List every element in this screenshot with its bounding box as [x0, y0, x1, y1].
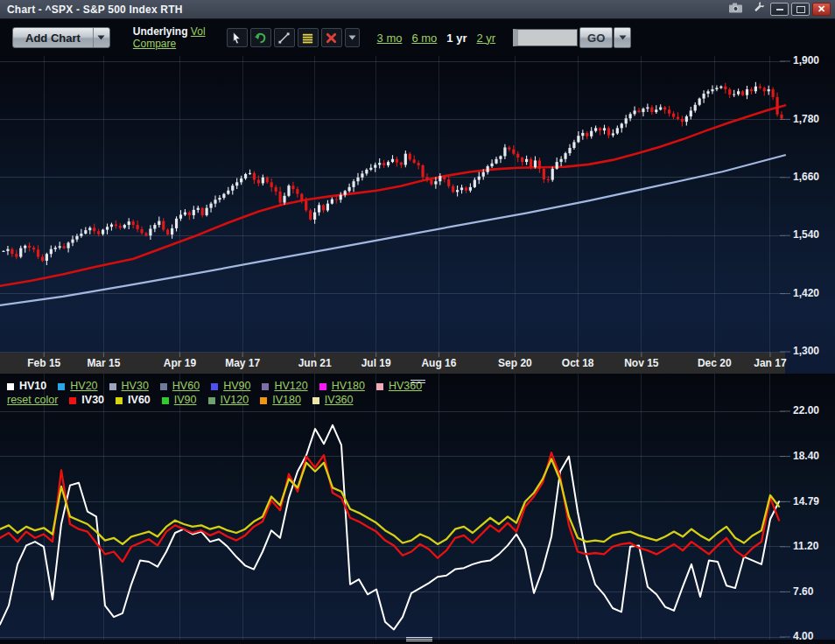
x-tick-label: Nov 15: [624, 357, 659, 369]
hv360-swatch: [376, 383, 383, 390]
legend-label-hv20[interactable]: HV20: [70, 380, 97, 393]
add-chart-label[interactable]: Add Chart: [13, 28, 93, 47]
legend-label-hv90[interactable]: HV90: [223, 380, 250, 393]
minimize-button[interactable]: [770, 3, 789, 16]
y-tick-label: 1,540: [793, 228, 819, 241]
legend-item-hv20[interactable]: HV20: [58, 380, 97, 393]
volatility-legend: HV10HV20HV30HV60HV90HV120HV180HV360reset…: [7, 380, 602, 407]
hv20-swatch: [58, 383, 65, 390]
mode-underlying-label: Underlying: [133, 25, 188, 38]
minimize-icon: [776, 9, 783, 10]
go-dropdown-button[interactable]: [614, 27, 631, 48]
y-tick-label: 1,660: [793, 171, 819, 183]
y-tick-label: 11.20: [793, 540, 819, 552]
x-tick-label: Jul 19: [361, 357, 391, 369]
settings-button[interactable]: [748, 3, 768, 17]
legend-item-hv90[interactable]: HV90: [211, 380, 250, 393]
studies-button[interactable]: [298, 28, 319, 47]
legend-item-iv90[interactable]: IV90: [162, 394, 197, 407]
bottom-splitter-grip[interactable]: [406, 637, 432, 641]
legend-label-iv180[interactable]: IV180: [272, 394, 301, 407]
symbol-input[interactable]: [513, 29, 578, 46]
legend-item-iv360[interactable]: IV360: [312, 394, 354, 407]
undo-icon: [254, 32, 267, 45]
legend-item-hv120[interactable]: HV120: [262, 380, 307, 393]
camera-icon: [728, 2, 744, 18]
iv60-swatch: [116, 397, 123, 404]
legend-item-hv60[interactable]: HV60: [160, 380, 200, 393]
legend-label-iv120[interactable]: IV120: [221, 394, 249, 407]
x-tick-label: Mar 15: [87, 357, 120, 369]
mode-compare-link[interactable]: Compare: [133, 38, 176, 50]
volatility-chart-canvas[interactable]: 22.0018.4014.7911.207.604.00: [0, 374, 835, 644]
legend-item-hv30[interactable]: HV30: [109, 380, 149, 393]
pointer-tool-button[interactable]: [227, 28, 248, 47]
go-button[interactable]: GO: [579, 27, 613, 48]
legend-label-hv180[interactable]: HV180: [332, 380, 365, 393]
legend-item-iv120[interactable]: IV120: [208, 394, 249, 407]
range-6mo-link[interactable]: 6 mo: [411, 32, 437, 45]
legend-row: HV10HV20HV30HV60HV90HV120HV180HV360: [7, 380, 602, 393]
trendline-tool-button[interactable]: [274, 28, 295, 47]
window-titlebar[interactable]: Chart - ^SPX - S&P 500 Index RTH ✕: [0, 0, 835, 19]
y-tick-label: 1,900: [793, 56, 819, 66]
cursor-icon: [230, 32, 243, 45]
iv120-swatch: [208, 397, 215, 404]
time-range-links: 3 mo 6 mo 1 yr 2 yr: [377, 32, 496, 45]
y-tick-label: 14.79: [793, 495, 819, 508]
screenshot-button[interactable]: [726, 3, 746, 17]
window-controls: ✕: [726, 3, 835, 17]
iv360-swatch: [312, 397, 319, 404]
x-tick-label: Apr 19: [164, 357, 197, 369]
x-tick-label: Jan 17: [754, 357, 787, 369]
x-tick-label: Dec 20: [698, 357, 732, 369]
maximize-button[interactable]: [791, 3, 810, 16]
chart-window: Chart - ^SPX - S&P 500 Index RTH ✕ Add C…: [0, 0, 835, 644]
range-3mo-link[interactable]: 3 mo: [377, 32, 403, 45]
legend-label-hv60[interactable]: HV60: [172, 380, 200, 393]
y-tick-label: 18.40: [793, 450, 819, 462]
y-tick-label: 1,300: [793, 345, 819, 357]
undo-button[interactable]: [250, 28, 271, 47]
range-1yr-selected[interactable]: 1 yr: [446, 32, 467, 45]
hv120-swatch: [262, 383, 269, 390]
legend-label-iv60[interactable]: IV60: [128, 394, 151, 407]
legend-label-iv90[interactable]: IV90: [174, 394, 197, 407]
chevron-down-icon: [97, 35, 105, 40]
legend-label-hv30[interactable]: HV30: [122, 380, 149, 393]
close-button[interactable]: ✕: [812, 3, 831, 16]
x-tick-label: Aug 16: [421, 357, 456, 369]
legend-item-iv30[interactable]: IV30: [69, 394, 104, 407]
legend-item-iv180[interactable]: IV180: [260, 394, 301, 407]
legend-label-iv30[interactable]: IV30: [81, 394, 104, 407]
hv30-swatch: [109, 383, 116, 390]
price-chart-canvas[interactable]: Feb 15Mar 15Apr 19May 17Jun 21Jul 19Aug …: [0, 56, 835, 374]
legend-label-iv360[interactable]: IV360: [325, 394, 354, 407]
legend-row: reset colorIV30IV60IV90IV120IV180IV360: [7, 394, 602, 407]
legend-item-hv10[interactable]: HV10: [7, 380, 46, 393]
reset-color-link[interactable]: reset color: [7, 394, 58, 407]
x-tick-label: Sep 20: [498, 357, 532, 369]
hv90-swatch: [211, 383, 218, 390]
drawing-tools: [227, 28, 360, 47]
mode-vol-link[interactable]: Vol: [191, 25, 206, 38]
pane-splitter-grip[interactable]: [410, 380, 425, 383]
add-chart-dropdown[interactable]: [93, 28, 109, 47]
chevron-down-icon: [619, 35, 627, 40]
remove-drawings-button[interactable]: [321, 28, 342, 47]
tools-menu-button[interactable]: [345, 28, 360, 47]
x-tick-label: Oct 18: [562, 357, 594, 369]
add-chart-button[interactable]: Add Chart: [12, 27, 110, 48]
legend-label-hv10[interactable]: HV10: [19, 380, 46, 393]
range-2yr-link[interactable]: 2 yr: [477, 32, 496, 45]
y-tick-label: 1,780: [793, 113, 819, 125]
legend-item-iv60[interactable]: IV60: [116, 394, 151, 407]
window-title: Chart - ^SPX - S&P 500 Index RTH: [0, 4, 183, 16]
iv180-swatch: [260, 397, 267, 404]
legend-label-hv120[interactable]: HV120: [274, 380, 307, 393]
chart-mode-switcher: Underlying Vol Compare: [133, 25, 206, 50]
y-tick-label: 1,420: [793, 287, 819, 299]
y-tick-label: 7.60: [793, 585, 814, 598]
wrench-icon: [751, 1, 765, 18]
legend-item-hv180[interactable]: HV180: [319, 380, 365, 393]
